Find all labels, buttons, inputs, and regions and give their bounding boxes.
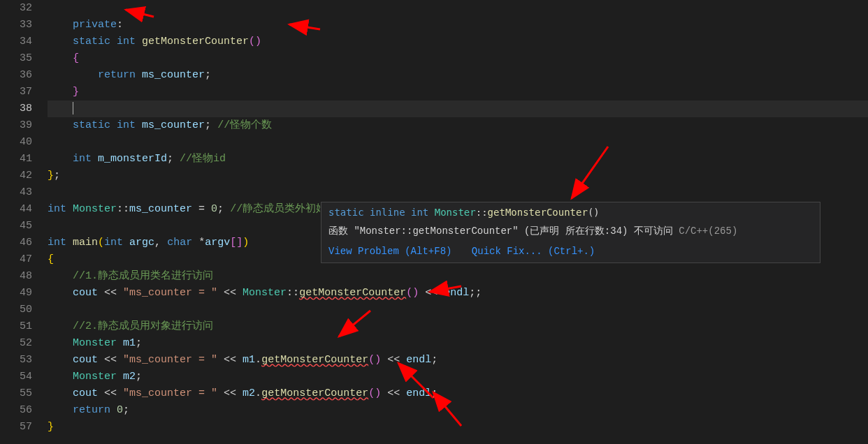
token-paren: (): [249, 36, 261, 47]
token-keyword: return: [98, 69, 136, 81]
line-number: 47: [0, 251, 32, 268]
token-var: ms_counter: [129, 203, 192, 215]
token-class: Monster: [73, 203, 117, 215]
code-line[interactable]: return ms_counter;: [48, 67, 868, 84]
token-var: endl: [444, 287, 469, 299]
token-keyword: static: [73, 119, 110, 131]
line-number: 49: [0, 285, 32, 302]
code-line[interactable]: cout << "ms_counter = " << m1.getMonster…: [48, 352, 868, 369]
code-line[interactable]: return 0;: [48, 402, 868, 419]
tooltip-sig-post: (): [588, 207, 600, 218]
token-punc: ;: [217, 203, 224, 215]
token-comment: //怪物id: [180, 153, 226, 165]
token-punc: ;;: [469, 287, 482, 299]
token-comment: //1.静态成员用类名进行访问: [73, 270, 213, 282]
line-number: 55: [0, 385, 32, 402]
token-string: "ms_counter = ": [123, 387, 217, 399]
token-var: cout: [73, 287, 98, 299]
token-function-error: getMonsterCounter: [299, 287, 406, 299]
line-number: 42: [0, 168, 32, 184]
line-number: 33: [0, 17, 32, 34]
token-var: ms_counter: [142, 119, 205, 131]
token-class: Monster: [243, 287, 287, 299]
code-line[interactable]: [48, 0, 868, 17]
token-brace: {: [48, 253, 54, 265]
token-punc: ;: [136, 371, 142, 383]
token-punc: ,: [154, 237, 167, 249]
token-punc: .: [255, 354, 261, 366]
token-var: m1: [243, 354, 255, 366]
token-op: =: [192, 203, 211, 215]
line-number: 32: [0, 0, 32, 17]
token-string: "ms_counter = ": [123, 287, 217, 299]
token-paren: (): [368, 387, 381, 399]
token-var: m_monsterId: [98, 153, 167, 165]
text-cursor: [73, 102, 73, 114]
line-number: 48: [0, 268, 32, 285]
token-punc: :: [117, 19, 123, 31]
token-punc: ;: [205, 119, 211, 131]
code-line[interactable]: static int ms_counter; //怪物个数: [48, 117, 868, 134]
code-line-current[interactable]: [48, 101, 868, 117]
token-var: ms_counter: [142, 69, 205, 81]
line-number: 41: [0, 151, 32, 168]
view-problem-link[interactable]: View Problem (Alt+F8): [328, 246, 451, 257]
tooltip-sig-pre: static inline int: [328, 207, 435, 218]
code-line[interactable]: private:: [48, 17, 868, 34]
line-number: 44: [0, 201, 32, 218]
tooltip-sig-sep: ::: [476, 207, 488, 218]
code-line[interactable]: [48, 134, 868, 151]
token-type: int: [104, 237, 123, 249]
line-number: 52: [0, 335, 32, 352]
token-brace: }: [48, 170, 54, 182]
token-punc: ;: [431, 354, 437, 366]
line-number: 39: [0, 117, 32, 134]
token-punc: ;: [431, 387, 437, 399]
code-line[interactable]: Monster m1;: [48, 335, 868, 352]
code-line[interactable]: int m_monsterId; //怪物id: [48, 151, 868, 168]
token-type: int: [48, 203, 66, 215]
tooltip-sig-fn: getMonsterCounter: [488, 207, 588, 218]
token-type: int: [73, 153, 92, 165]
token-op: <<: [381, 354, 406, 366]
token-paren: (): [406, 287, 419, 299]
code-line[interactable]: [48, 302, 868, 318]
code-line[interactable]: }: [48, 419, 868, 436]
token-var: m2: [243, 387, 255, 399]
token-punc: ;: [136, 337, 142, 349]
tooltip-signature: static inline int Monster::getMonsterCou…: [321, 202, 820, 222]
token-string: "ms_counter = ": [123, 354, 217, 366]
token-punc: ;: [167, 153, 173, 165]
line-number: 40: [0, 134, 32, 151]
line-number: 35: [0, 50, 32, 67]
code-line[interactable]: }: [48, 84, 868, 101]
code-line[interactable]: //2.静态成员用对象进行访问: [48, 318, 868, 335]
token-keyword: private: [73, 19, 117, 31]
token-op: <<: [381, 387, 406, 399]
quick-fix-link[interactable]: Quick Fix... (Ctrl+.): [472, 246, 595, 257]
token-punc: .: [255, 387, 261, 399]
token-var: m2: [123, 371, 136, 383]
token-class: Monster: [73, 371, 117, 383]
line-number: 50: [0, 302, 32, 318]
code-line[interactable]: static int getMonsterCounter(): [48, 34, 868, 50]
token-paren: (): [368, 354, 381, 366]
code-line[interactable]: };: [48, 168, 868, 184]
token-comment: //怪物个数: [217, 119, 272, 131]
token-op: <<: [98, 387, 123, 399]
token-function-error: getMonsterCounter: [261, 387, 368, 399]
code-line[interactable]: {: [48, 50, 868, 67]
token-type: char: [167, 237, 192, 249]
code-line[interactable]: Monster m2;: [48, 369, 868, 385]
line-number: 43: [0, 184, 32, 201]
token-keyword: static: [73, 36, 110, 47]
code-line[interactable]: //1.静态成员用类名进行访问: [48, 268, 868, 285]
code-line[interactable]: cout << "ms_counter = " << m2.getMonster…: [48, 385, 868, 402]
token-var: cout: [73, 387, 98, 399]
token-op: <<: [98, 287, 123, 299]
token-op: <<: [217, 387, 243, 399]
code-line[interactable]: cout << "ms_counter = " << Monster::getM…: [48, 285, 868, 302]
code-line[interactable]: [48, 184, 868, 201]
token-paren: ): [243, 237, 249, 249]
line-number: 46: [0, 235, 32, 251]
